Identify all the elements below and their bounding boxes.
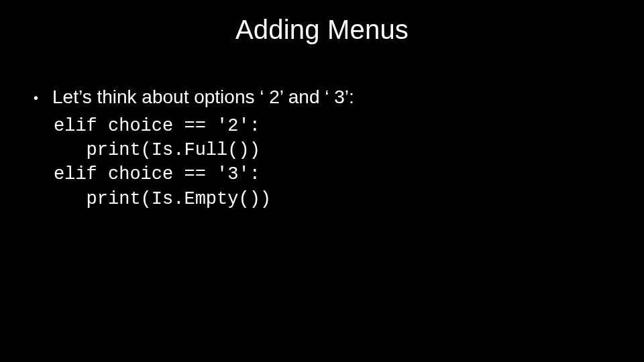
bullet-text: Let’s think about options ‘ 2’ and ‘ 3’:: [52, 86, 610, 109]
code-line: print(Is.Empty()): [54, 189, 271, 209]
slide-body: • Let’s think about options ‘ 2’ and ‘ 3…: [34, 86, 610, 211]
bullet-dot: •: [34, 86, 52, 106]
code-block: elif choice == '2': print(Is.Full()) eli…: [54, 114, 610, 212]
code-line: elif choice == '3':: [54, 164, 260, 184]
slide: Adding Menus • Let’s think about options…: [0, 0, 644, 362]
code-line: print(Is.Full()): [54, 140, 260, 160]
slide-title: Adding Menus: [0, 15, 644, 45]
code-line: elif choice == '2':: [54, 116, 260, 136]
bullet-item: • Let’s think about options ‘ 2’ and ‘ 3…: [34, 86, 610, 109]
